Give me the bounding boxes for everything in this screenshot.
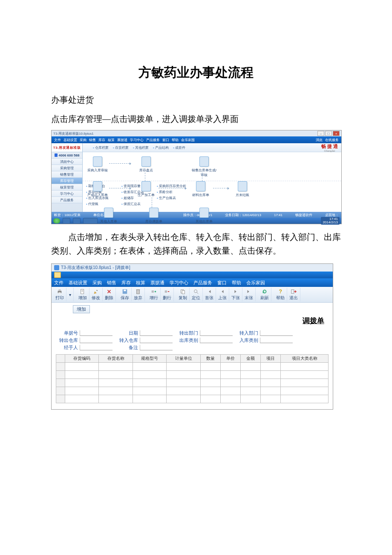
sidebar-item[interactable]: 产品服务 (52, 197, 82, 203)
menu-item[interactable]: 学习中心 (170, 280, 188, 286)
flow-node[interactable]: 其他入库单 (95, 208, 122, 224)
delete-button[interactable]: 删除 (103, 288, 116, 301)
toolstrip-link[interactable]: 成套件 (173, 145, 185, 150)
col-header[interactable]: 项目大类名称 (281, 355, 329, 363)
sidebar-item[interactable]: 学习中心 (52, 191, 82, 197)
toolstrip-link[interactable]: 存货档案 (113, 145, 129, 150)
flow-node[interactable]: 库存盘点 (133, 156, 159, 173)
discard-button[interactable]: 放弃 (132, 288, 145, 301)
report-link[interactable]: 代管账 (86, 202, 109, 206)
next-button[interactable]: 下张 (229, 288, 242, 301)
print-button[interactable]: 打印 (53, 288, 66, 301)
add-button[interactable]: 增加 (76, 288, 89, 301)
exit-button[interactable]: 退出 (287, 288, 300, 301)
menu-item[interactable]: 文件 (54, 138, 61, 142)
addrow-button[interactable]: 增行 (147, 288, 161, 301)
menu-item[interactable]: 产品服务 (146, 138, 160, 142)
menu-item[interactable]: 窗口 (217, 280, 227, 286)
maximize-icon[interactable]: □ (325, 131, 332, 136)
menu-item[interactable]: 库存 (98, 138, 105, 142)
save-button[interactable]: 保存 (118, 288, 132, 301)
docno-input[interactable] (80, 330, 112, 336)
table-row[interactable] (56, 363, 329, 371)
sidebar-item[interactable]: 核算管理 (52, 184, 82, 191)
sidebar-item[interactable]: 采购管理 (52, 165, 82, 171)
toolstrip-link[interactable]: 其他档案 (133, 145, 149, 150)
menu-item[interactable]: 采购 (92, 280, 102, 286)
outdept-input[interactable] (200, 330, 233, 336)
col-header[interactable]: 计量单位 (167, 355, 200, 363)
menu-item[interactable]: 票据通 (150, 280, 164, 286)
report-link[interactable]: 库龄分析 (157, 190, 186, 194)
flow-node[interactable]: 销售出库单生成/审核 (191, 156, 217, 177)
sidebar-item-active[interactable]: 库存管理 (52, 178, 82, 184)
table-row[interactable] (56, 371, 329, 379)
last-button[interactable]: 末张 (242, 288, 256, 301)
col-header[interactable]: 规格型号 (133, 355, 166, 363)
col-header[interactable]: 数量 (200, 355, 220, 363)
first-button[interactable]: 首张 (203, 288, 216, 301)
report-link[interactable]: 保质汇总表 (121, 202, 144, 206)
col-header[interactable]: 项目 (260, 355, 280, 363)
memo-input[interactable] (140, 345, 173, 350)
flow-node[interactable]: 库存调拨单 (141, 208, 167, 224)
handler-input[interactable] (80, 345, 112, 350)
restore-icon[interactable] (54, 272, 61, 278)
menu-item[interactable]: 基础设置 (63, 138, 77, 142)
menu-item[interactable]: 库存 (121, 280, 131, 286)
menu-item[interactable]: 帮助 (232, 280, 241, 286)
menu-item[interactable]: 采购 (80, 138, 86, 142)
flow-node[interactable]: 采购入库审核 (84, 156, 111, 173)
indept-input[interactable] (260, 330, 293, 336)
flow-node[interactable]: 其他出库单 (191, 208, 217, 224)
minimize-icon[interactable]: – (317, 131, 324, 136)
sidebar-item[interactable]: 销售管理 (52, 171, 82, 178)
close-icon[interactable]: × (333, 131, 340, 136)
help-button[interactable]: ?帮助 (274, 288, 287, 301)
flow-node[interactable]: 月末结账 (229, 181, 256, 197)
menu-item[interactable]: 票据通 (117, 138, 127, 142)
flow-node[interactable]: 生产加工单 (133, 181, 159, 197)
menu-item[interactable]: 基础设置 (69, 280, 87, 286)
table-row[interactable] (56, 387, 329, 395)
menu-item[interactable]: 会乐家园 (181, 138, 195, 142)
col-header[interactable]: 单价 (220, 355, 240, 363)
menu-item[interactable]: 销售 (107, 280, 116, 286)
menu-link[interactable]: 在线服务 (325, 138, 339, 142)
flow-node[interactable]: 材料出库单 (187, 181, 214, 197)
outtype-input[interactable] (200, 338, 233, 343)
table-row[interactable] (56, 395, 329, 403)
col-header[interactable]: 存货名称 (99, 355, 133, 363)
copy-button[interactable]: 复制 (176, 288, 190, 301)
toolstrip-link[interactable]: 仓库档案 (93, 145, 109, 150)
voucher-grid[interactable]: 存货编码 存货名称 规格型号 计量单位 数量 单价 金额 项目 项目大类名称 (56, 354, 329, 403)
inwh-input[interactable] (140, 338, 173, 343)
col-header[interactable]: 存货编码 (65, 355, 99, 363)
menu-item[interactable]: 核算 (108, 138, 115, 142)
add-button-inline[interactable]: 增加 (73, 305, 90, 313)
intype-input[interactable] (260, 338, 293, 343)
col-header[interactable]: 金额 (240, 355, 260, 363)
locate-button[interactable]: 定位 (190, 288, 203, 301)
edit-button[interactable]: 修改 (89, 288, 103, 301)
toolstrip-link[interactable]: 产品结构 (153, 145, 169, 150)
taskbar-button[interactable] (73, 218, 81, 224)
menu-item[interactable]: 销售 (89, 138, 96, 142)
flow-node[interactable]: 产成品入库单 (84, 181, 111, 197)
outwh-input[interactable] (80, 338, 112, 343)
menu-item[interactable]: 窗口 (162, 138, 169, 142)
prev-button[interactable]: 上张 (216, 288, 229, 301)
menu-item[interactable]: 学习中心 (130, 138, 144, 142)
print-dropdown[interactable]: ▾ (66, 288, 74, 301)
sidebar-item[interactable]: 消息中心 (52, 159, 82, 165)
date-input[interactable] (140, 330, 173, 336)
delrow-button[interactable]: 删行 (161, 288, 174, 301)
refresh-button[interactable]: 刷新 (258, 288, 271, 301)
menu-item[interactable]: 帮助 (172, 138, 179, 142)
menu-item[interactable]: 会乐家园 (246, 280, 265, 286)
start-button-icon[interactable] (53, 218, 60, 223)
menu-link[interactable]: 消息 (316, 138, 323, 142)
menu-item[interactable]: 产品服务 (193, 280, 212, 286)
taskbar-button[interactable] (63, 218, 70, 224)
table-row[interactable] (56, 379, 329, 387)
